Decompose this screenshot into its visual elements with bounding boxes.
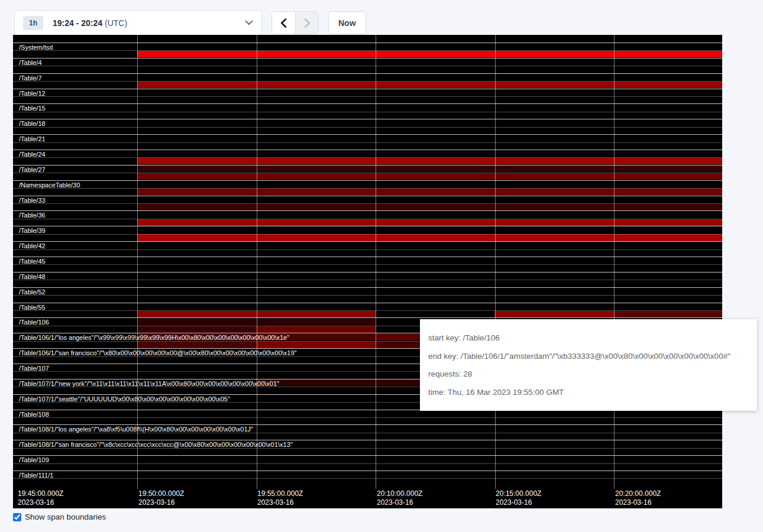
span-row-label: /NamespaceTable/30 <box>19 181 80 189</box>
time-gridline <box>137 35 138 489</box>
time-toolbar: 1h 19:24 - 20:24 (UTC) Now <box>14 10 366 35</box>
span-row-label: /Table/108/1/"los angeles"/"\xa8\xf5\u00… <box>19 426 253 433</box>
span-row-label: /Table/39 <box>19 227 46 234</box>
show-span-boundaries-label: Show span boundaries <box>25 512 106 521</box>
time-gridline <box>257 35 257 489</box>
span-row: /NamespaceTable/30 <box>13 180 722 196</box>
span-row-label: /Table/107/1/"new york"/"\x11\x11\x11\x1… <box>19 380 279 387</box>
span-row: /Table/21 <box>13 134 722 150</box>
span-row-label: /Table/106 <box>19 319 49 326</box>
span-row: /Table/111/1 <box>13 471 722 486</box>
time-nav-group <box>271 11 319 34</box>
span-row-label: /Table/33 <box>19 197 46 204</box>
span-row: /Table/33 <box>13 196 722 211</box>
span-row-label: /Table/18 <box>19 120 46 127</box>
span-row: /Table/45 <box>13 257 722 272</box>
tooltip-end-key: end key: /Table/106/1/"amsterdam"/"\xb33… <box>428 352 749 361</box>
heatmap-tooltip: start key: /Table/106 end key: /Table/10… <box>420 319 757 411</box>
span-row-label: /Table/15 <box>19 105 46 112</box>
span-row-label: /Table/21 <box>19 135 46 142</box>
chevron-down-icon <box>245 20 253 25</box>
span-row: /Table/18 <box>13 119 722 134</box>
span-row: /System/tsd <box>13 43 722 58</box>
tooltip-requests: requests: 28 <box>428 369 749 378</box>
time-gridline <box>376 35 376 489</box>
span-row: /Table/55 <box>13 303 722 318</box>
span-row-label: /Table/36 <box>19 212 46 219</box>
next-interval-button[interactable] <box>295 12 318 34</box>
span-row-label: /Table/108 <box>19 411 49 418</box>
tooltip-time: time: Thu, 16 Mar 2023 19:55:00 GMT <box>428 388 749 397</box>
span-row: /Table/24 <box>13 150 722 165</box>
x-axis-tick-label: 19:45:00.000Z2023-03-16 <box>18 489 63 507</box>
x-axis-tick-label: 20:15:00.000Z2023-03-16 <box>496 489 541 507</box>
span-row: /Table/48 <box>13 272 722 287</box>
x-axis-tick-label: 20:20:00.000Z2023-03-16 <box>615 489 661 507</box>
span-row-label: /Table/12 <box>19 90 46 97</box>
span-row-label: /Table/4 <box>19 59 42 66</box>
span-row: /Table/52 <box>13 287 722 303</box>
tooltip-start-key: start key: /Table/106 <box>428 333 749 342</box>
span-row: /Table/109 <box>13 455 722 471</box>
span-row-label: /Table/107/1/"seattle"/"UUUUUUD\x00\x80\… <box>19 395 230 403</box>
time-gridline <box>495 35 496 489</box>
span-row-label: /Table/52 <box>19 288 46 296</box>
chevron-left-icon <box>280 18 287 28</box>
range-time-span: 19:24 - 20:24 <box>53 18 102 28</box>
span-row-label: /Table/106/1/"los angeles"/"\x99\x99\x99… <box>19 334 289 341</box>
span-row-label: /Table/107 <box>19 365 49 372</box>
span-row: /Table/7 <box>13 73 722 89</box>
show-span-boundaries-checkbox[interactable] <box>13 513 21 521</box>
span-row-label: /Table/106/1/"san francisco"/"\x80\x00\x… <box>19 349 297 356</box>
x-axis-tick-label: 19:55:00.000Z2023-03-16 <box>257 489 303 507</box>
span-row-label: /Table/108/1/"san francisco"/"\x8c\xcc\x… <box>19 441 293 448</box>
now-button[interactable]: Now <box>328 11 366 34</box>
span-row: /Table/15 <box>13 103 722 119</box>
keyvis-heatmap-canvas[interactable]: /System/tsd/Table/4/Table/7/Table/12/Tab… <box>13 35 722 508</box>
span-row: /Table/39 <box>13 226 722 241</box>
span-row: /Table/42 <box>13 241 722 257</box>
span-row-label: /Table/109 <box>19 456 49 463</box>
span-row: /Table/36 <box>13 210 722 226</box>
span-row-label: /Table/24 <box>19 151 46 158</box>
span-row-label: /System/tsd <box>19 44 53 51</box>
show-span-boundaries-control: Show span boundaries <box>13 512 106 521</box>
range-duration-badge: 1h <box>23 16 43 30</box>
span-row: /Table/12 <box>13 89 722 104</box>
span-row: /Table/108/1/"san francisco"/"\x8c\xcc\x… <box>13 440 722 455</box>
heatmap-rows: /System/tsd/Table/4/Table/7/Table/12/Tab… <box>13 35 722 486</box>
prev-interval-button[interactable] <box>272 12 295 34</box>
span-row-label: /Table/42 <box>19 242 46 249</box>
span-row-label: /Table/55 <box>19 304 46 311</box>
span-row: /Table/27 <box>13 165 722 180</box>
x-axis-tick-label: 19:50:00.000Z2023-03-16 <box>138 489 184 507</box>
range-text: 19:24 - 20:24 (UTC) <box>53 18 127 28</box>
span-row: /Table/108 <box>13 410 722 425</box>
range-utc-label: (UTC) <box>105 18 127 28</box>
span-row: /Table/108/1/"los angeles"/"\xa8\xf5\u00… <box>13 424 722 440</box>
span-row-label: /Table/111/1 <box>19 472 53 479</box>
span-row-label: /Table/45 <box>19 258 46 265</box>
x-axis-tick-label: 20:10:00.000Z2023-03-16 <box>377 489 422 507</box>
span-row-label: /Table/27 <box>19 166 46 173</box>
span-row-label: /Table/7 <box>19 74 42 82</box>
span-row-label: /Table/48 <box>19 273 46 280</box>
span-row: /Table/4 <box>13 58 722 73</box>
time-range-select[interactable]: 1h 19:24 - 20:24 (UTC) <box>14 10 262 35</box>
time-gridline <box>614 35 615 489</box>
chevron-right-icon <box>304 18 311 28</box>
